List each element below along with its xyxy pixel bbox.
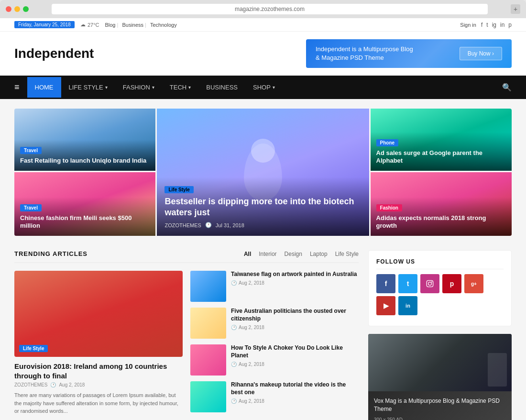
featured-overlay: Travel Chinese fashion firm Meili seeks … (14, 197, 155, 236)
weather-icon: ☁ (80, 22, 86, 28)
youtube-button[interactable]: ▶ (376, 296, 395, 315)
linkedin-icon-top[interactable]: in (500, 22, 504, 28)
clock-icon: 🕐 (231, 398, 237, 404)
featured-item-alphabet[interactable]: Phone Ad sales surge at Google parent th… (371, 109, 512, 171)
topbar-link-technology[interactable]: Technology (150, 22, 177, 28)
center-meta: ZOZOTHEMES 🕐 Jul 31, 2018 (164, 222, 361, 228)
date-badge: Friday, January 25, 2018 (14, 21, 75, 28)
google-plus-button[interactable]: g+ (464, 274, 483, 293)
search-icon[interactable]: 🔍 (502, 83, 512, 92)
article-tag: Fashion (376, 204, 402, 211)
main-article-tag: Life Style (19, 345, 48, 352)
featured-item-center[interactable]: Life Style Bestseller is dipping more to… (157, 109, 369, 236)
instagram-button[interactable] (420, 274, 439, 293)
clock-icon: 🕐 (205, 222, 212, 228)
article-title: Ad sales surge at Google parent the Alph… (376, 149, 506, 166)
maximize-dot[interactable] (23, 6, 29, 12)
ad-banner-text: Independent is a Multipurpose Blog& Maga… (316, 45, 413, 62)
clock-icon: 🕐 (231, 280, 237, 286)
website: Friday, January 25, 2018 ☁ 27°C Blog Bus… (0, 18, 526, 420)
main-article-date: Aug 2, 2018 (59, 382, 85, 387)
article-tag: Travel (20, 204, 42, 211)
sidebar-ad-content: Vox Mag is a Multipurpose Blog & Magazin… (368, 391, 512, 420)
clock-icon: 🕐 (50, 382, 56, 387)
chevron-down-icon: ▾ (152, 85, 154, 90)
svg-point-2 (431, 282, 432, 283)
nav-item-lifestyle[interactable]: LIFE STYLE ▾ (61, 77, 115, 98)
hamburger-menu[interactable]: ≡ (14, 76, 27, 99)
side-article-2[interactable]: Five Australian politicians the ousted o… (190, 308, 359, 339)
topbar-left: Friday, January 25, 2018 ☁ 27°C Blog Bus… (14, 21, 177, 28)
topbar-link-blog[interactable]: Blog (105, 22, 118, 28)
side-article-content: Five Australian politicians the ousted o… (231, 308, 359, 330)
article-title: Chinese fashion firm Meili seeks $500 mi… (20, 214, 150, 231)
nav-item-tech[interactable]: TECH ▾ (162, 77, 198, 98)
center-date: Jul 31, 2018 (216, 222, 244, 228)
sign-in-link[interactable]: Sign in (460, 22, 476, 28)
side-article-date: 🕐 Aug 2, 2018 (231, 280, 357, 286)
nav-item-home[interactable]: HOME (27, 77, 61, 98)
side-article-content: How To Style A Choker You Do Look Like P… (231, 344, 359, 366)
linkedin-button[interactable]: in (398, 296, 417, 315)
twitter-button[interactable]: t (398, 274, 417, 293)
featured-overlay: Phone Ad sales surge at Google parent th… (371, 132, 512, 171)
chevron-down-icon: ▾ (188, 85, 191, 90)
add-tab-button[interactable]: + (511, 4, 520, 14)
center-tag: Life Style (164, 186, 193, 193)
filter-laptop[interactable]: Laptop (310, 251, 328, 257)
social-row-1: f t p g+ (376, 274, 504, 293)
side-article-image (190, 308, 226, 339)
instagram-icon-top[interactable]: ig (492, 22, 496, 28)
nav-item-shop[interactable]: SHOP ▾ (245, 77, 283, 98)
featured-item-uniqlo[interactable]: Travel Fast Retailing to launch Uniqlo b… (14, 109, 155, 171)
browser-dots (6, 6, 29, 12)
featured-overlay: Travel Fast Retailing to launch Uniqlo b… (14, 140, 155, 171)
topbar-link-business[interactable]: Business (122, 22, 146, 28)
side-article-3[interactable]: How To Style A Choker You Do Look Like P… (190, 344, 359, 376)
side-article-image (190, 344, 226, 376)
center-title: Bestseller is dipping more toe into the … (164, 196, 361, 219)
side-article-title: Taiwanese flag on artwork painted in Aus… (231, 271, 357, 278)
pinterest-button[interactable]: p (442, 274, 461, 293)
sidebar: FOLLOW US f t p g+ ▶ in (368, 250, 512, 420)
filter-lifestyle[interactable]: Life Style (335, 251, 359, 257)
featured-item-adidas[interactable]: Fashion Adidas expects normalis 2018 str… (371, 172, 512, 236)
article-tag: Phone (376, 139, 399, 146)
ad-buy-button[interactable]: Buy Now › (460, 47, 502, 60)
filter-all[interactable]: All (244, 251, 251, 257)
facebook-button[interactable]: f (376, 274, 395, 293)
side-article-image (190, 271, 226, 302)
pinterest-icon-top[interactable]: p (508, 22, 512, 28)
featured-overlay: Fashion Adidas expects normalis 2018 str… (371, 197, 512, 236)
featured-item-meili[interactable]: Travel Chinese fashion firm Meili seeks … (14, 172, 155, 236)
side-articles: Taiwanese flag on artwork painted in Aus… (190, 271, 359, 415)
minimize-dot[interactable] (14, 6, 20, 12)
filter-design[interactable]: Design (285, 251, 302, 257)
nav-item-fashion[interactable]: FASHION ▾ (115, 77, 162, 98)
site-logo[interactable]: Independent (14, 46, 94, 61)
clock-icon: 🕐 (231, 325, 237, 330)
header-ad-banner: Independent is a Multipurpose Blog& Maga… (306, 39, 512, 68)
main-nav: ≡ HOME LIFE STYLE ▾ FASHION ▾ TECH ▾ BUS… (0, 76, 526, 99)
twitter-icon-top[interactable]: t (486, 22, 488, 28)
article-title: Fast Retailing to launch Uniqlo brand In… (20, 157, 150, 165)
side-article-1[interactable]: Taiwanese flag on artwork painted in Aus… (190, 271, 359, 302)
center-author: ZOZOTHEMES (164, 222, 201, 228)
sidebar-ad-image (368, 334, 512, 391)
chevron-down-icon: ▾ (105, 85, 108, 90)
main-article[interactable]: Life Style Eurovision 2018: Ireland amon… (14, 271, 183, 415)
close-dot[interactable] (6, 6, 11, 12)
follow-us-box: FOLLOW US f t p g+ ▶ in (368, 250, 512, 326)
side-article-content: Taiwanese flag on artwork painted in Aus… (231, 271, 357, 286)
facebook-icon-top[interactable]: f (481, 22, 482, 28)
url-bar[interactable]: magazine.zozothemes.com (52, 4, 488, 14)
side-article-date: 🕐 Aug 2, 2018 (231, 362, 359, 367)
filter-interior[interactable]: Interior (259, 251, 276, 257)
side-article-4[interactable]: Rihanna's makeup tutorial the video is t… (190, 381, 359, 412)
nav-item-business[interactable]: BUSINESS (198, 77, 245, 98)
trending-content: Life Style Eurovision 2018: Ireland amon… (14, 271, 359, 415)
side-article-image (190, 381, 226, 412)
featured-grid: Travel Fast Retailing to launch Uniqlo b… (14, 109, 512, 236)
main-article-meta: ZOZOTHEMES 🕐 Aug 2, 2018 (14, 382, 183, 387)
svg-rect-0 (427, 281, 433, 287)
